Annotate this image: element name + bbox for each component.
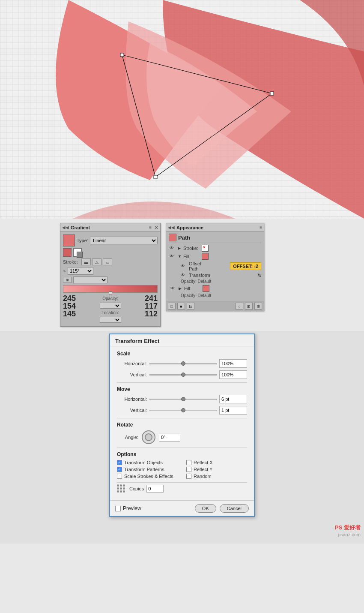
appearance-opacity2-label: Opacity: [181,293,197,298]
transform-patterns-checkbox[interactable] [117,467,122,472]
appearance-arrow-1[interactable]: ▶ [178,246,182,250]
gradient-handle[interactable] [109,291,112,295]
stop-left-b: 145 [63,310,76,318]
stroke-btn-3[interactable]: ▭ [103,258,112,265]
watermark-url: psanz.com [338,532,361,537]
appearance-transform-label: Transform [189,273,206,278]
gradient-close-icon[interactable]: ✕ [154,225,158,231]
random-checkbox[interactable] [186,474,191,479]
appearance-opacity2-value: Default [197,293,211,298]
appearance-eye-4[interactable]: 👁 [181,273,188,278]
appearance-eye-3[interactable]: 👁 [181,264,188,269]
copies-row: Copies [117,482,247,493]
appearance-arrow-2[interactable]: ▼ [178,254,182,258]
appearance-path-label: Path [178,234,190,241]
gradient-angle-select[interactable]: 115° [68,267,93,275]
scale-v-label: Vertical: [117,372,147,377]
gradient-collapse-arrows[interactable]: ◀◀ [62,225,69,230]
copies-label: Copies [129,486,144,491]
appearance-btn-trash[interactable]: 🗑 [254,303,262,310]
reflect-y-checkbox[interactable] [186,467,191,472]
appearance-eye-1[interactable]: 👁 [170,246,176,251]
stroke-btn-2[interactable]: ⧍ [92,258,101,265]
svg-rect-1 [270,92,274,95]
move-h-input[interactable] [219,395,247,403]
appearance-collapse-arrows[interactable]: ◀◀ [168,225,175,230]
transform-objects-checkbox[interactable] [117,460,122,465]
appearance-btn-square[interactable]: □ [168,303,176,310]
gradient-swatch3[interactable] [73,248,82,257]
canvas-area [0,0,364,219]
move-v-input[interactable] [219,406,247,415]
appearance-stroke-row: 👁 ▶ Stroke: [169,245,261,252]
scale-h-input[interactable] [219,359,247,368]
transform-body: Scale Horizontal: Vertical: [110,346,254,500]
scale-v-thumb[interactable] [181,373,185,377]
move-v-thumb[interactable] [181,408,185,412]
gradient-extra-btn1[interactable]: ⊞ [63,277,72,283]
appearance-btn-fill[interactable]: ■ [177,303,185,310]
gradient-bar-container: 🗑 [63,285,158,293]
panels-row: ◀◀ Gradient ≡ ✕ Type: Linear Radial [0,219,364,331]
stop-right-r: 241 [145,294,158,302]
appearance-titlebar: ◀◀ Appearance ≡ [166,223,264,232]
move-v-slider[interactable] [149,410,217,411]
gradient-type-select[interactable]: Linear Radial [90,237,158,244]
stop-right-b: 112 [145,310,158,318]
transform-patterns-row: Transform Patterns [117,467,178,472]
move-h-thumb[interactable] [181,397,185,401]
rotate-angle-input[interactable] [159,433,180,442]
gradient-bar[interactable] [63,285,158,293]
appearance-bottom-toolbar: □ ■ fx ○ ⊞ 🗑 [166,301,264,311]
appearance-fill2-swatch[interactable] [203,285,209,292]
svg-rect-0 [120,53,124,57]
scale-v-slider[interactable] [149,374,217,376]
appearance-stroke-swatch[interactable] [202,245,209,252]
preview-checkbox[interactable] [115,506,121,511]
stroke-btn-1[interactable]: ▬ [81,258,91,265]
gradient-stop-right: 241 117 112 [145,294,158,323]
appearance-eye-5[interactable]: 👁 [170,286,177,291]
appearance-btn-circle[interactable]: ○ [236,303,243,310]
gradient-color-swatch[interactable] [63,234,75,246]
reflect-x-label: Reflect X [194,460,213,465]
appearance-arrow-3[interactable]: ▶ [179,286,183,291]
scale-h-thumb[interactable] [181,361,185,366]
transform-dialog: Transform Effect Scale Horizontal: Verti… [109,334,255,517]
reflect-y-label: Reflect Y [194,467,212,472]
location-select[interactable] [100,317,121,323]
cancel-button[interactable]: Cancel [220,504,249,513]
move-h-slider[interactable] [149,399,217,400]
gradient-panel: ◀◀ Gradient ≡ ✕ Type: Linear Radial [60,223,161,327]
gradient-angle-row: ⌁ 115° [63,267,158,275]
svg-rect-2 [154,175,157,179]
rotate-dial[interactable] [142,430,155,444]
ok-button[interactable]: OK [195,504,216,513]
transform-objects-label: Transform Objects [124,460,163,465]
copies-input[interactable] [146,485,164,493]
appearance-opacity-row: Opacity: Default [169,279,261,284]
appearance-btn-grid[interactable]: ⊞ [245,303,253,310]
appearance-stroke-label: Stroke: [183,246,200,251]
opacity-select[interactable] [100,303,121,309]
appearance-panel: ◀◀ Appearance ≡ Path 👁 ▶ Stroke: [166,223,264,311]
scale-strokes-checkbox[interactable] [117,474,122,479]
gradient-swatch2[interactable] [63,248,72,257]
rotate-dial-inner [145,433,152,441]
appearance-eye-2[interactable]: 👁 [170,254,176,259]
appearance-fill-swatch[interactable] [202,253,209,260]
appearance-menu-icon[interactable]: ≡ [260,225,262,230]
scale-h-slider[interactable] [149,363,217,364]
reflect-x-checkbox[interactable] [186,460,191,465]
appearance-path-row: Path [169,234,261,243]
gradient-extra-select[interactable] [73,276,107,283]
scale-h-label: Horizontal: [117,361,147,366]
gradient-stroke-label: Stroke: [63,259,80,264]
gradient-menu-icon[interactable]: ≡ [149,225,152,230]
angle-icon: ⌁ [63,268,66,274]
scale-strokes-label: Scale Strokes & Effects [124,474,173,479]
scale-v-input[interactable] [219,370,247,379]
scale-horizontal-row: Horizontal: [117,359,247,368]
gradient-extra-row: ⊞ [63,276,158,283]
appearance-btn-fx[interactable]: fx [187,303,194,310]
